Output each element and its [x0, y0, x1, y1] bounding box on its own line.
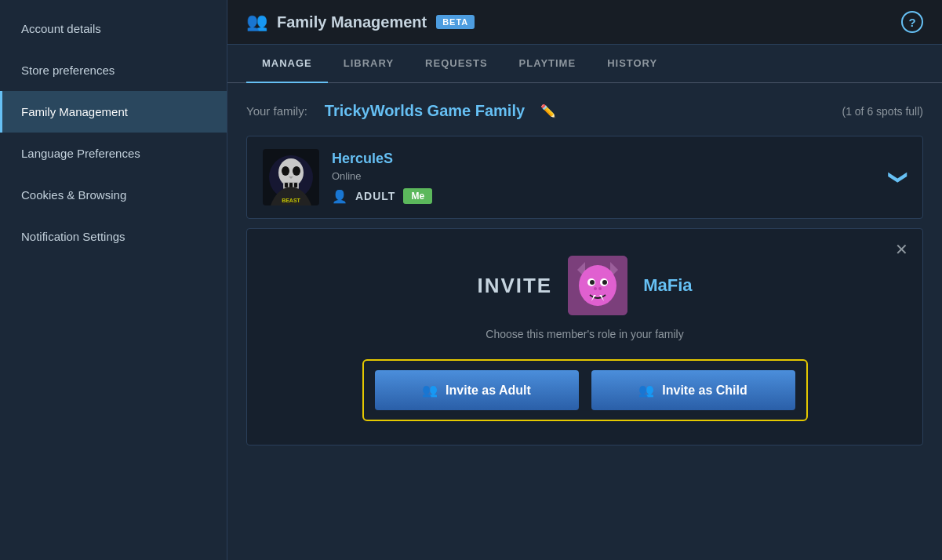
invite-adult-icon: 👥 [422, 383, 438, 398]
svg-point-19 [598, 287, 602, 290]
invite-child-icon: 👥 [638, 383, 654, 398]
member-name: HerculeS [332, 151, 432, 167]
sidebar: Account details Store preferences Family… [0, 0, 227, 560]
me-badge: Me [403, 188, 432, 204]
content-area: Your family: TrickyWorlds Game Family ✏️… [227, 83, 942, 560]
svg-text:BEAST: BEAST [282, 198, 300, 203]
svg-rect-8 [294, 183, 297, 187]
invite-buttons-container: 👥 Invite as Adult 👥 Invite as Child [362, 359, 808, 421]
sidebar-item-account-details[interactable]: Account details [0, 8, 227, 49]
invite-panel: ✕ INVITE [246, 228, 923, 445]
tab-manage[interactable]: MANAGE [246, 45, 328, 83]
svg-point-16 [590, 280, 595, 285]
invite-user-avatar [568, 256, 627, 315]
svg-point-17 [602, 280, 607, 285]
main-content: 👥 Family Management BETA ? MANAGE LIBRAR… [227, 0, 942, 560]
invite-as-adult-button[interactable]: 👥 Invite as Adult [375, 370, 579, 410]
avatar-svg: BEAST [263, 149, 319, 205]
sidebar-item-family-management[interactable]: Family Management [0, 91, 227, 133]
tab-history[interactable]: HISTORY [591, 45, 673, 83]
member-role-row: 👤 ADULT Me [332, 188, 432, 204]
svg-point-18 [594, 287, 597, 290]
invite-child-label: Invite as Child [662, 384, 747, 398]
invite-content: INVITE [271, 248, 899, 421]
header-bar: 👥 Family Management BETA ? [227, 0, 942, 45]
svg-point-4 [293, 166, 300, 176]
tab-playtime[interactable]: PLAYTIME [504, 45, 592, 83]
header-left: 👥 Family Management BETA [246, 12, 475, 32]
invite-header: INVITE [477, 256, 692, 315]
tab-library[interactable]: LIBRARY [328, 45, 409, 83]
expand-member-button[interactable]: ❯ [888, 169, 910, 185]
sidebar-item-notification-settings[interactable]: Notification Settings [0, 216, 227, 257]
sidebar-item-cookies-browsing[interactable]: Cookies & Browsing [0, 174, 227, 216]
family-icon: 👥 [246, 12, 267, 32]
close-invite-button[interactable]: ✕ [895, 240, 908, 259]
invite-username: MaFia [643, 275, 692, 296]
svg-point-13 [579, 265, 616, 306]
page-title: Family Management [277, 13, 427, 31]
tabs-bar: MANAGE LIBRARY REQUESTS PLAYTIME HISTORY [227, 45, 942, 83]
member-left: BEAST HerculeS Online 👤 ADULT Me [263, 149, 432, 205]
family-label: Your family: [246, 104, 307, 118]
avatar: BEAST [263, 149, 319, 205]
invite-adult-label: Invite as Adult [446, 384, 531, 398]
svg-point-3 [282, 166, 289, 176]
spots-info: (1 of 6 spots full) [842, 105, 924, 118]
help-button[interactable]: ? [901, 11, 923, 33]
edit-family-name-icon[interactable]: ✏️ [540, 104, 556, 118]
member-info: HerculeS Online 👤 ADULT Me [332, 151, 432, 204]
svg-rect-6 [285, 183, 288, 187]
member-status: Online [332, 170, 432, 182]
invite-as-child-button[interactable]: 👥 Invite as Child [591, 370, 795, 410]
beta-badge: BETA [436, 15, 475, 29]
sidebar-item-store-preferences[interactable]: Store preferences [0, 49, 227, 91]
tab-requests[interactable]: REQUESTS [409, 45, 504, 83]
sidebar-item-language-preferences[interactable]: Language Preferences [0, 133, 227, 174]
family-name-row: Your family: TrickyWorlds Game Family ✏️… [246, 102, 923, 120]
invite-label: INVITE [477, 274, 552, 298]
role-label: ADULT [355, 190, 395, 202]
mafia-avatar-svg [568, 256, 627, 315]
person-icon: 👤 [332, 189, 347, 204]
invite-description: Choose this member's role in your family [486, 328, 683, 340]
family-name: TrickyWorlds Game Family [325, 102, 525, 120]
member-card: BEAST HerculeS Online 👤 ADULT Me ❯ [246, 136, 923, 219]
